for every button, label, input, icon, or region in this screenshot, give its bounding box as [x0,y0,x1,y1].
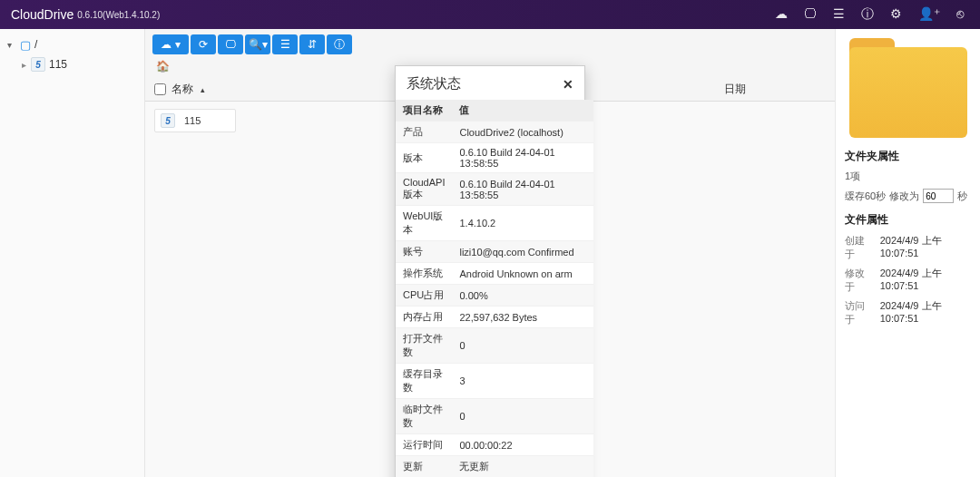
status-row: CloudAPI版本0.6.10 Build 24-04-01 13:58:55 [396,173,593,206]
cache-setting: 缓存60秒 修改为 秒 [836,185,980,207]
modal-title: 系统状态 [407,75,461,92]
status-row: CPU占用0.00% [396,285,593,307]
cloud-dropdown-button[interactable]: ☁ ▾ [152,34,189,54]
status-key: 缓存目录数 [396,364,452,399]
th-key: 项目名称 [396,100,452,122]
watermark: 值 什么值得买 [860,446,971,470]
tree-child-label: 115 [49,58,67,71]
created-row: 创建于 2024/4/9 上午10:07:51 [836,231,980,264]
modified-val: 2024/4/9 上午10:07:51 [880,267,971,294]
created-key: 创建于 [845,234,875,261]
status-key: CPU占用 [396,285,452,307]
tasks-icon[interactable]: ☰ [833,6,845,23]
status-row: 产品CloudDrive2 (localhost) [396,122,593,143]
folder-icon: ▢ [20,38,31,52]
status-row: 操作系统Android Unknown on arm [396,263,593,285]
status-key: 更新 [396,456,452,478]
app-header: CloudDrive 0.6.10(Web1.4.10.2) ☁ 🖵 ☰ ⓘ ⚙… [0,0,980,29]
header-icon-bar: ☁ 🖵 ☰ ⓘ ⚙ 👤⁺ ⎋ [775,6,969,23]
system-status-modal: 系统状态 ✕ 项目名称 值 产品CloudDrive2 (localhost)版… [395,65,585,477]
modified-row: 修改于 2024/4/9 上午10:07:51 [836,264,980,297]
watermark-text: 什么值得买 [889,447,971,469]
modified-key: 修改于 [845,267,875,294]
accessed-val: 2024/4/9 上午10:07:51 [880,299,971,326]
tree-root[interactable]: ▾ ▢ / [4,34,141,54]
status-val: 0 [452,399,593,434]
brand-version: 0.6.10(Web1.4.10.2) [77,10,160,20]
home-icon[interactable]: 🏠 [156,60,170,73]
tree-root-label: / [34,38,37,51]
status-key: 临时文件数 [396,399,452,434]
tree-view-button[interactable]: ⇵ [299,34,325,54]
status-val: 0 [452,328,593,364]
status-val: 00.00:00:22 [452,434,593,456]
accessed-key: 访问于 [845,299,875,326]
th-val: 值 [452,100,593,122]
status-key: CloudAPI版本 [396,173,452,206]
status-row: 更新无更新 [396,456,593,478]
search-dropdown-button[interactable]: 🔍▾ [245,34,270,54]
created-val: 2024/4/9 上午10:07:51 [880,234,971,261]
status-val: 3 [452,364,593,399]
folder-large-icon [849,38,967,138]
column-date-header[interactable]: 日期 [644,82,826,97]
cloud-115-icon: 5 [161,113,175,128]
monitor-icon[interactable]: 🖵 [804,6,817,23]
status-row: 临时文件数0 [396,399,593,434]
status-key: 内存占用 [396,307,452,328]
toolbar: ☁ ▾ ⟳ 🖵 🔍▾ ☰ ⇵ ⓘ [145,29,835,54]
status-key: WebUI版本 [396,206,452,241]
properties-panel: 文件夹属性 1项 缓存60秒 修改为 秒 文件属性 创建于 2024/4/9 上… [835,29,980,477]
status-key: 账号 [396,241,452,263]
cache-change-label: 修改为 [889,190,919,203]
cache-seconds-input[interactable] [923,189,954,203]
status-val: 22,597,632 Bytes [452,307,593,328]
status-row: 打开文件数0 [396,328,593,364]
list-view-button[interactable]: ☰ [272,34,298,54]
status-key: 运行时间 [396,434,452,456]
status-val: 无更新 [452,456,593,478]
status-val: CloudDrive2 (localhost) [452,122,593,143]
file-tile-115[interactable]: 5 115 [154,109,236,132]
status-key: 产品 [396,122,452,143]
display-button[interactable]: 🖵 [218,34,243,54]
status-key: 版本 [396,143,452,173]
accessed-row: 访问于 2024/4/9 上午10:07:51 [836,297,980,329]
status-val: lizi10@qq.com Confirmed [452,241,593,263]
file-props-title: 文件属性 [836,207,980,231]
status-val: 0.6.10 Build 24-04-01 13:58:55 [452,143,593,173]
sidebar-tree: ▾ ▢ / ▸ 5 115 [0,29,145,477]
add-user-icon[interactable]: 👤⁺ [918,6,940,23]
file-tile-label: 115 [184,115,201,126]
folder-props-title: 文件夹属性 [836,143,980,168]
watermark-badge-icon: 值 [860,446,884,470]
status-button[interactable]: ⓘ [327,34,352,54]
tree-child-115[interactable]: ▸ 5 115 [4,54,141,74]
refresh-button[interactable]: ⟳ [191,34,216,54]
status-row: 运行时间00.00:00:22 [396,434,593,456]
logout-icon[interactable]: ⎋ [956,6,964,23]
cloud-115-icon: 5 [31,57,45,72]
cache-suffix: 秒 [957,190,967,203]
status-row: 账号lizi10@qq.com Confirmed [396,241,593,263]
close-icon[interactable]: ✕ [563,77,573,92]
caret-down-icon[interactable]: ▾ [7,40,16,50]
status-val: 0.6.10 Build 24-04-01 13:58:55 [452,173,593,206]
sort-asc-icon: ▴ [201,85,205,94]
caret-right-icon[interactable]: ▸ [22,60,31,70]
column-name-header[interactable]: 名称 [172,82,193,97]
status-table: 项目名称 值 产品CloudDrive2 (localhost)版本0.6.10… [396,100,593,477]
select-all-checkbox[interactable] [154,83,166,95]
cloud-icon[interactable]: ☁ [775,6,788,23]
status-key: 打开文件数 [396,328,452,364]
status-row: 版本0.6.10 Build 24-04-01 13:58:55 [396,143,593,173]
cache-prefix: 缓存60秒 [845,190,886,203]
brand-name: CloudDrive [11,7,74,22]
status-row: 内存占用22,597,632 Bytes [396,307,593,328]
status-row: WebUI版本1.4.10.2 [396,206,593,241]
status-val: Android Unknown on arm [452,263,593,285]
status-key: 操作系统 [396,263,452,285]
info-icon[interactable]: ⓘ [861,6,874,23]
settings-icon[interactable]: ⚙ [890,6,902,23]
status-val: 0.00% [452,285,593,307]
